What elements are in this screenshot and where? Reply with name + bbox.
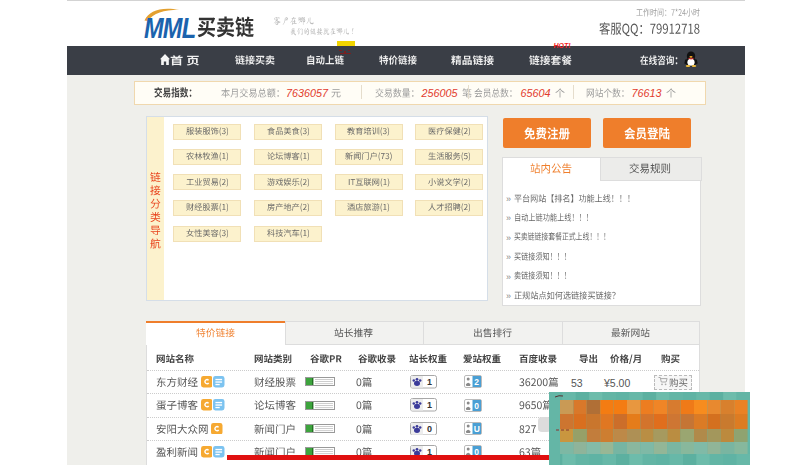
svg-text:1: 1 bbox=[426, 377, 431, 387]
svg-text:U: U bbox=[474, 424, 480, 434]
svg-text:2: 2 bbox=[474, 377, 479, 387]
svg-text:1: 1 bbox=[426, 400, 431, 410]
svg-text:0: 0 bbox=[474, 400, 479, 410]
svg-text:0: 0 bbox=[426, 424, 431, 434]
